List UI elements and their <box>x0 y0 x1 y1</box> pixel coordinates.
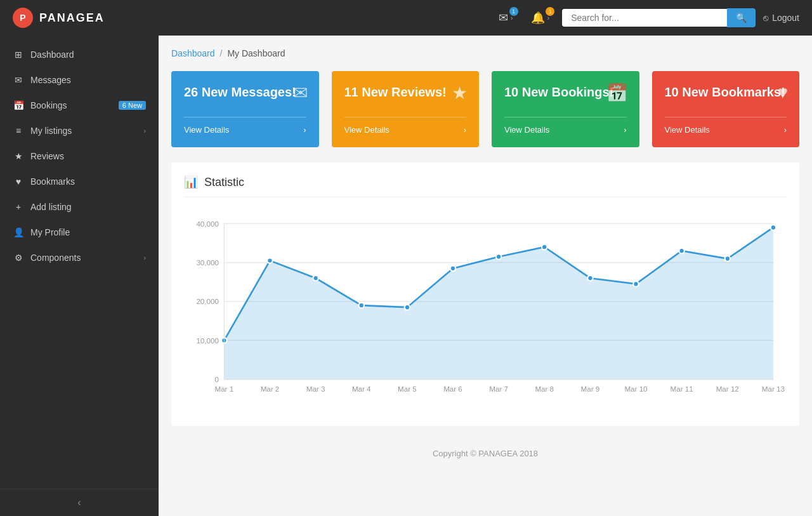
svg-point-19 <box>633 281 638 287</box>
statistic-chart: 010,00020,00030,00040,000Mar 1Mar 2Mar 3… <box>184 210 787 413</box>
svg-text:40,000: 40,000 <box>196 220 219 228</box>
sidebar-item-reviews[interactable]: ★ Reviews <box>0 143 159 169</box>
svg-point-12 <box>313 275 318 281</box>
bookings-badge: 6 New <box>119 101 146 110</box>
bookmarks-card-title: 10 New Bookmarks! <box>665 84 787 117</box>
svg-text:10,000: 10,000 <box>196 336 219 345</box>
dashboard-icon: ⊞ <box>13 50 24 60</box>
add-listing-icon: + <box>13 202 24 212</box>
sidebar-item-my-profile[interactable]: 👤 My Profile <box>0 220 159 245</box>
search-wrapper: 🔍 <box>562 8 756 27</box>
breadcrumb-separator: / <box>220 48 223 58</box>
sidebar-label-messages: Messages <box>30 75 146 85</box>
svg-text:Mar 4: Mar 4 <box>352 385 371 393</box>
svg-text:Mar 12: Mar 12 <box>716 385 739 393</box>
sidebar-item-bookings[interactable]: 📅 Bookings 6 New <box>0 93 159 118</box>
svg-text:Mar 3: Mar 3 <box>306 385 325 393</box>
my-profile-icon: 👤 <box>13 227 24 237</box>
brand: P PANAGEA <box>13 8 483 28</box>
svg-text:Mar 13: Mar 13 <box>762 385 785 393</box>
logout-button[interactable]: ⎋ Logout <box>763 13 799 23</box>
svg-text:20,000: 20,000 <box>196 297 219 305</box>
breadcrumb-current: My Dashboard <box>227 48 285 58</box>
stat-card-bookmarks: ♥ 10 New Bookmarks! View Details › <box>652 71 800 147</box>
svg-text:0: 0 <box>214 375 219 383</box>
svg-text:Mar 6: Mar 6 <box>443 385 462 393</box>
bell-icon: 🔔 <box>531 11 545 25</box>
brand-name: PANAGEA <box>39 11 105 25</box>
bookmarks-icon: ♥ <box>13 176 24 187</box>
main-content: Dashboard / My Dashboard ✉ 26 New Messag… <box>159 36 812 516</box>
svg-text:Mar 7: Mar 7 <box>489 385 508 393</box>
bookings-icon: 📅 <box>13 100 24 110</box>
svg-point-16 <box>496 254 501 260</box>
svg-point-20 <box>679 248 684 254</box>
sidebar-nav: ⊞ Dashboard ✉ Messages 📅 Bookings 6 New … <box>0 36 159 489</box>
bookings-chevron-icon: › <box>624 125 626 135</box>
messages-icon-btn[interactable]: ✉ 1 › <box>494 8 518 27</box>
logout-icon: ⎋ <box>763 13 768 23</box>
my-listings-icon: ≡ <box>13 126 24 136</box>
my-listings-chevron-icon: › <box>143 127 146 135</box>
app-body: ⊞ Dashboard ✉ Messages 📅 Bookings 6 New … <box>0 36 812 516</box>
messages-card-title: 26 New Messages! <box>184 84 306 117</box>
sidebar-item-components[interactable]: ⚙ Components › <box>0 245 159 270</box>
sidebar-label-reviews: Reviews <box>30 151 146 161</box>
sidebar: ⊞ Dashboard ✉ Messages 📅 Bookings 6 New … <box>0 36 159 516</box>
svg-point-22 <box>771 225 776 230</box>
navbar-right: ✉ 1 › 🔔 1 › 🔍 ⎋ Logout <box>494 8 799 27</box>
sidebar-label-bookmarks: Bookmarks <box>30 176 146 187</box>
sidebar-item-my-listings[interactable]: ≡ My listings › <box>0 118 159 143</box>
messages-badge: 1 <box>509 7 518 16</box>
svg-text:Mar 10: Mar 10 <box>624 385 648 393</box>
sidebar-item-messages[interactable]: ✉ Messages <box>0 67 159 93</box>
sidebar-label-dashboard: Dashboard <box>30 50 146 60</box>
bookings-card-icon: 📅 <box>606 83 628 103</box>
components-icon: ⚙ <box>13 253 24 263</box>
statistic-header: 📊 Statistic <box>184 175 787 197</box>
svg-point-14 <box>405 305 410 310</box>
stat-card-bookings: 📅 10 New Bookings! View Details › <box>492 71 639 147</box>
breadcrumb-home[interactable]: Dashboard <box>171 48 215 58</box>
chart-icon: 📊 <box>184 175 198 189</box>
sidebar-label-my-listings: My listings <box>30 126 137 136</box>
sidebar-label-components: Components <box>30 253 137 263</box>
reviews-chevron-icon: › <box>464 125 466 135</box>
messages-view-details[interactable]: View Details › <box>184 117 306 135</box>
breadcrumb: Dashboard / My Dashboard <box>171 48 799 58</box>
notifications-badge: 1 <box>546 7 554 16</box>
svg-point-15 <box>450 266 455 272</box>
svg-point-18 <box>587 275 593 281</box>
sidebar-label-bookings: Bookings <box>30 100 112 110</box>
svg-text:Mar 5: Mar 5 <box>398 385 417 393</box>
svg-point-21 <box>725 256 730 261</box>
reviews-icon: ★ <box>13 151 24 161</box>
search-button[interactable]: 🔍 <box>727 8 756 27</box>
components-chevron-icon: › <box>143 254 146 261</box>
svg-point-11 <box>267 258 272 263</box>
reviews-card-title: 11 New Reviews! <box>344 84 467 117</box>
sidebar-item-bookmarks[interactable]: ♥ Bookmarks <box>0 169 159 194</box>
svg-text:Mar 2: Mar 2 <box>261 385 280 393</box>
search-input[interactable] <box>562 9 727 27</box>
statistic-section: 📊 Statistic 010,00020,00030,00040,000Mar… <box>171 162 799 426</box>
notifications-icon-btn[interactable]: 🔔 1 › <box>526 8 555 27</box>
sidebar-item-add-listing[interactable]: + Add listing <box>0 194 159 220</box>
reviews-view-details[interactable]: View Details › <box>344 117 467 135</box>
sidebar-label-my-profile: My Profile <box>30 227 146 237</box>
collapse-icon: ‹ <box>77 497 81 508</box>
sidebar-item-dashboard[interactable]: ⊞ Dashboard <box>0 42 159 67</box>
envelope-icon: ✉ <box>499 11 508 25</box>
stat-cards: ✉ 26 New Messages! View Details › ★ 11 N… <box>171 71 799 147</box>
messages-chevron-icon: › <box>303 125 306 135</box>
svg-point-13 <box>359 303 364 308</box>
navbar: P PANAGEA ✉ 1 › 🔔 1 › 🔍 ⎋ Logout <box>0 0 812 36</box>
statistic-title: Statistic <box>204 176 244 189</box>
svg-text:30,000: 30,000 <box>196 258 219 267</box>
bookings-view-details[interactable]: View Details › <box>504 117 627 135</box>
bookmarks-view-details[interactable]: View Details › <box>665 117 787 135</box>
bookmarks-chevron-icon: › <box>784 125 787 135</box>
footer-text: Copyright © PANAGEA 2018 <box>433 449 538 458</box>
sidebar-collapse-button[interactable]: ‹ <box>0 489 159 516</box>
stat-card-reviews: ★ 11 New Reviews! View Details › <box>332 71 480 147</box>
